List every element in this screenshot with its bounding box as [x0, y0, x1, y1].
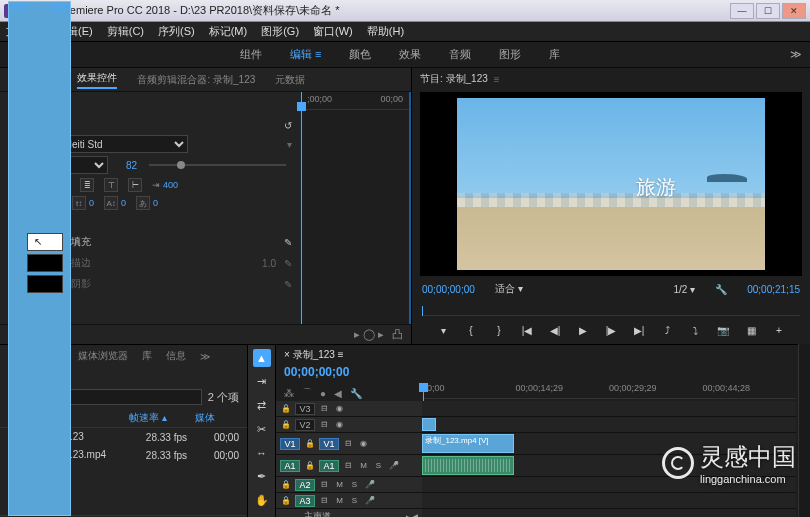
- maximize-button[interactable]: ☐: [756, 3, 780, 19]
- track-a2-label[interactable]: A2: [295, 479, 315, 491]
- program-resolution-dropdown[interactable]: 1/2 ▾: [673, 284, 695, 295]
- timeline-wrench-button[interactable]: 🔧: [350, 388, 362, 399]
- ws-tab-assembly[interactable]: 组件: [240, 47, 262, 62]
- stroke-color-swatch[interactable]: [27, 254, 63, 272]
- track-v1-body[interactable]: 录制_123.mp4 [V]: [422, 433, 796, 454]
- go-to-out-button[interactable]: ▶|: [630, 321, 648, 339]
- timeline-ruler[interactable]: 00;00 00;00;14;29 00;00;29;29 00;00;44;2…: [422, 383, 796, 399]
- ws-tab-libraries[interactable]: 库: [549, 47, 560, 62]
- timeline-timecode[interactable]: 00;00;00;00: [276, 365, 810, 383]
- timeline-settings-button[interactable]: ◀: [334, 388, 342, 399]
- program-fit-dropdown[interactable]: 适合 ▾: [495, 282, 523, 296]
- program-monitor[interactable]: 旅游: [420, 92, 802, 276]
- keyframe-toggle[interactable]: ↺: [284, 120, 292, 131]
- menu-marker[interactable]: 标记(M): [209, 24, 248, 39]
- pen-tool[interactable]: ✒: [253, 468, 271, 486]
- menu-window[interactable]: 窗口(W): [313, 24, 353, 39]
- timeline-sequence-tab[interactable]: × 录制_123 ≡: [284, 348, 344, 362]
- col-media[interactable]: 媒体: [195, 411, 239, 425]
- export-frame-button[interactable]: 📷: [714, 321, 732, 339]
- tab-audio-mixer[interactable]: 音频剪辑混合器: 录制_123: [137, 73, 255, 87]
- program-tab-menu[interactable]: ≡: [494, 74, 500, 85]
- add-marker-button[interactable]: ▾: [434, 321, 452, 339]
- baseline-value[interactable]: 0: [89, 198, 94, 208]
- track-a3-body[interactable]: [422, 493, 796, 508]
- source-a1[interactable]: A1: [280, 460, 300, 472]
- razor-tool[interactable]: ✂: [253, 420, 271, 438]
- leading-value[interactable]: 0: [121, 198, 126, 208]
- track-v2-label[interactable]: V2: [295, 419, 315, 431]
- slip-tool[interactable]: ↔: [253, 444, 271, 462]
- align-middle-button[interactable]: ⊢: [128, 178, 142, 192]
- lock-icon[interactable]: 🔒: [280, 404, 291, 413]
- minimize-button[interactable]: —: [730, 3, 754, 19]
- lift-button[interactable]: ⤴: [658, 321, 676, 339]
- stroke-width-value[interactable]: 1.0: [262, 258, 276, 269]
- tab-info[interactable]: 信息: [166, 349, 186, 363]
- track-a1-body[interactable]: [422, 455, 796, 476]
- ws-tab-graphics[interactable]: 图形: [499, 47, 521, 62]
- track-v1-label[interactable]: V1: [319, 438, 339, 450]
- tab-effect-controls[interactable]: 效果控件: [77, 71, 117, 89]
- step-forward-button[interactable]: |▶: [602, 321, 620, 339]
- program-tab[interactable]: 节目: 录制_123: [420, 72, 488, 86]
- fx-panel-menu[interactable]: 凸: [392, 327, 403, 342]
- fx-zoom-slider[interactable]: ▸ ◯ ▸: [354, 328, 384, 341]
- track-a2-body[interactable]: [422, 477, 796, 492]
- clip-a1[interactable]: [422, 456, 514, 475]
- mic-icon[interactable]: 🎤: [388, 461, 399, 470]
- tsume-value[interactable]: 0: [153, 198, 158, 208]
- track-select-tool[interactable]: ⇥: [253, 373, 271, 391]
- font-size-value[interactable]: 82: [126, 160, 137, 171]
- font-size-slider[interactable]: [149, 164, 286, 166]
- col-framerate[interactable]: 帧速率 ▴: [129, 411, 187, 425]
- project-tabs-overflow[interactable]: ≫: [200, 351, 210, 362]
- align-top-button[interactable]: ⊤: [104, 178, 118, 192]
- track-v3-label[interactable]: V3: [295, 403, 315, 415]
- tab-media-browser[interactable]: 媒体浏览器: [78, 349, 128, 363]
- shadow-color-swatch[interactable]: [27, 275, 63, 293]
- menu-clip[interactable]: 剪辑(C): [107, 24, 144, 39]
- ws-tab-color[interactable]: 颜色: [349, 47, 371, 62]
- go-to-in-button[interactable]: |◀: [518, 321, 536, 339]
- tab-libraries[interactable]: 库: [142, 349, 152, 363]
- ws-tab-editing[interactable]: 编辑 ≡: [290, 47, 321, 62]
- source-v1[interactable]: V1: [280, 438, 300, 450]
- track-a3-label[interactable]: A3: [295, 495, 315, 507]
- play-button[interactable]: ▶: [574, 321, 592, 339]
- font-dropdown-icon[interactable]: ▾: [287, 139, 292, 150]
- program-scrubber[interactable]: [422, 300, 800, 316]
- hand-tool[interactable]: ✋: [253, 492, 271, 510]
- effect-timeline[interactable]: ;00;0000;00: [300, 92, 411, 324]
- master-track-body[interactable]: [422, 509, 796, 517]
- clip-v2[interactable]: [422, 418, 436, 431]
- transport-plus-button[interactable]: +: [770, 321, 788, 339]
- snap-button[interactable]: ⁂: [284, 388, 294, 399]
- track-a1-label[interactable]: A1: [319, 460, 339, 472]
- ws-overflow-button[interactable]: ≫: [790, 48, 802, 61]
- align-justify-button[interactable]: ≣: [80, 178, 94, 192]
- stroke-eyedropper-icon[interactable]: ✎: [284, 258, 292, 269]
- ws-tab-effects[interactable]: 效果: [399, 47, 421, 62]
- indent-value[interactable]: 400: [163, 180, 178, 190]
- ripple-edit-tool[interactable]: ⇄: [253, 397, 271, 415]
- mark-in-button[interactable]: {: [462, 321, 480, 339]
- tab-metadata[interactable]: 元数据: [275, 73, 305, 87]
- program-timecode[interactable]: 00;00;00;00: [422, 284, 475, 295]
- shadow-eyedropper-icon[interactable]: ✎: [284, 279, 292, 290]
- ws-tab-audio[interactable]: 音频: [449, 47, 471, 62]
- timeline-vscroll[interactable]: [798, 344, 810, 517]
- track-v3-body[interactable]: [422, 401, 796, 416]
- menu-help[interactable]: 帮助(H): [367, 24, 404, 39]
- marker-button[interactable]: ●: [320, 388, 326, 399]
- comparison-button[interactable]: ▦: [742, 321, 760, 339]
- wrench-icon[interactable]: 🔧: [715, 284, 727, 295]
- menu-sequence[interactable]: 序列(S): [158, 24, 195, 39]
- linked-selection-button[interactable]: ⌒: [302, 386, 312, 400]
- eye-icon[interactable]: ◉: [334, 404, 345, 413]
- step-back-button[interactable]: ◀|: [546, 321, 564, 339]
- extract-button[interactable]: ⤵: [686, 321, 704, 339]
- track-v2-body[interactable]: [422, 417, 796, 432]
- mark-out-button[interactable]: }: [490, 321, 508, 339]
- fill-eyedropper-icon[interactable]: ✎: [284, 237, 292, 248]
